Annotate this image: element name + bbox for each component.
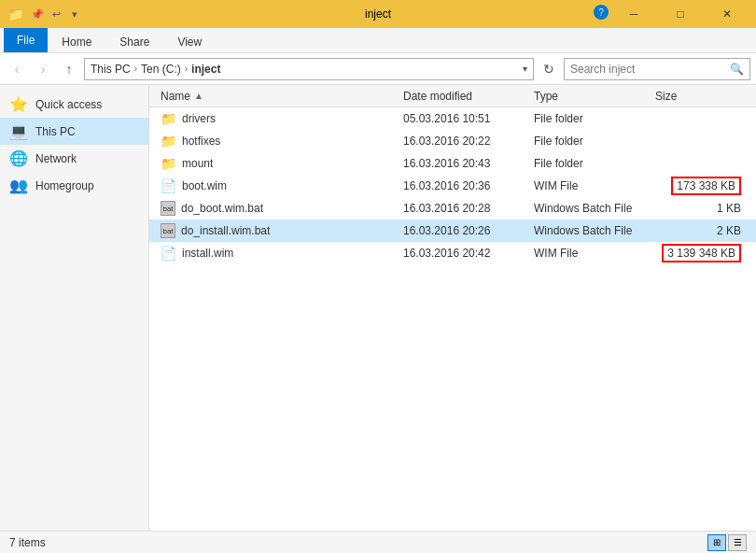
maximize-button[interactable]: □ xyxy=(659,5,702,23)
tab-view[interactable]: View xyxy=(163,30,216,52)
window-controls: ? ─ □ ✕ xyxy=(594,5,749,23)
file-type: WIM File xyxy=(530,179,651,192)
file-date: 16.03.2016 20:28 xyxy=(399,202,530,215)
sidebar-item-quickaccess[interactable]: ⭐ Quick access xyxy=(0,91,148,118)
search-input[interactable] xyxy=(570,63,726,76)
table-row[interactable]: 📁 hotfixes 16.03.2016 20:22 File folder xyxy=(149,130,756,152)
file-size: 3 139 348 KB xyxy=(651,244,745,262)
file-name: 📁 hotfixes xyxy=(157,134,399,149)
network-icon: 🌐 xyxy=(9,149,28,167)
breadcrumb-drive: Ten (C:) xyxy=(141,63,181,76)
bat-icon: bat xyxy=(161,201,175,216)
address-path[interactable]: This PC › Ten (C:) › inject ▾ xyxy=(84,58,534,80)
file-type: Windows Batch File xyxy=(530,202,651,215)
size-value: 1 KB xyxy=(717,202,741,215)
file-name: 📄 boot.wim xyxy=(157,178,399,193)
file-size: 1 KB xyxy=(651,202,745,215)
file-area: Name ▲ Date modified Type Size 📁 drivers… xyxy=(149,85,756,531)
sidebar: ⭐ Quick access 💻 This PC 🌐 Network 👥 Hom… xyxy=(0,85,149,531)
homegroup-icon: 👥 xyxy=(9,177,28,194)
sidebar-label-thispc: This PC xyxy=(35,125,76,138)
address-dropdown-arrow[interactable]: ▾ xyxy=(523,64,527,74)
tab-home[interactable]: Home xyxy=(48,30,105,52)
ribbon: File Home Share View xyxy=(0,28,756,53)
breadcrumb-thispc: This PC xyxy=(91,63,131,76)
file-size: 2 KB xyxy=(651,224,745,237)
qa-dropdown[interactable]: ▾ xyxy=(66,6,83,22)
sidebar-label-quickaccess: Quick access xyxy=(35,98,102,111)
file-date: 16.03.2016 20:42 xyxy=(399,247,530,260)
file-size: 173 338 KB xyxy=(651,177,745,195)
table-row[interactable]: 📄 boot.wim 16.03.2016 20:36 WIM File 173… xyxy=(149,175,756,197)
table-row[interactable]: bat do_boot.wim.bat 16.03.2016 20:28 Win… xyxy=(149,197,756,220)
refresh-button[interactable]: ↻ xyxy=(538,58,560,80)
item-count: 7 items xyxy=(9,536,46,549)
size-value-highlighted: 173 338 KB xyxy=(671,177,741,195)
table-row[interactable]: 📄 install.wim 16.03.2016 20:42 WIM File … xyxy=(149,242,756,264)
help-button[interactable]: ? xyxy=(594,5,609,20)
table-row[interactable]: 📁 drivers 05.03.2016 10:51 File folder xyxy=(149,107,756,130)
view-grid-button[interactable]: ⊞ xyxy=(707,534,726,551)
file-list-header: Name ▲ Date modified Type Size xyxy=(149,85,756,107)
ribbon-tabs: File Home Share View xyxy=(0,28,756,52)
sidebar-label-network: Network xyxy=(35,152,77,165)
file-type: WIM File xyxy=(530,247,651,260)
quick-access-toolbar: 📌 ↩ ▾ xyxy=(29,6,83,22)
sidebar-item-network[interactable]: 🌐 Network xyxy=(0,145,148,172)
col-header-type[interactable]: Type xyxy=(530,90,651,103)
view-list-button[interactable]: ☰ xyxy=(728,534,747,551)
file-date: 16.03.2016 20:26 xyxy=(399,224,530,237)
thispc-icon: 💻 xyxy=(9,122,28,140)
col-header-name[interactable]: Name ▲ xyxy=(157,90,399,103)
close-button[interactable]: ✕ xyxy=(706,5,749,23)
status-bar: 7 items ⊞ ☰ xyxy=(0,531,756,553)
folder-icon: 📁 xyxy=(7,7,23,21)
file-date: 16.03.2016 20:43 xyxy=(399,157,530,170)
file-type: File folder xyxy=(530,157,651,170)
tab-file[interactable]: File xyxy=(4,28,48,52)
folder-icon: 📁 xyxy=(161,111,176,126)
file-name: bat do_boot.wim.bat xyxy=(157,201,399,216)
minimize-button[interactable]: ─ xyxy=(612,5,655,23)
main-area: ⭐ Quick access 💻 This PC 🌐 Network 👥 Hom… xyxy=(0,85,756,531)
sidebar-item-thispc[interactable]: 💻 This PC xyxy=(0,118,148,145)
file-date: 16.03.2016 20:36 xyxy=(399,179,530,192)
undo-button[interactable]: ↩ xyxy=(48,6,64,22)
up-button[interactable]: ↑ xyxy=(58,58,80,80)
breadcrumb-sep-2: › xyxy=(185,64,188,74)
file-name: 📁 mount xyxy=(157,156,399,171)
size-value-highlighted: 3 139 348 KB xyxy=(662,244,741,262)
window-title: inject xyxy=(365,7,391,21)
sidebar-label-homegroup: Homegroup xyxy=(35,179,94,192)
table-row[interactable]: bat do_install.wim.bat 16.03.2016 20:26 … xyxy=(149,220,756,242)
title-bar-left: 📁 📌 ↩ ▾ xyxy=(7,6,83,22)
col-header-size[interactable]: Size xyxy=(651,90,745,103)
search-box[interactable]: 🔍 xyxy=(564,58,750,80)
table-row[interactable]: 📁 mount 16.03.2016 20:43 File folder xyxy=(149,152,756,175)
search-icon[interactable]: 🔍 xyxy=(730,63,744,76)
forward-button[interactable]: › xyxy=(32,58,54,80)
quickaccess-icon: ⭐ xyxy=(9,95,28,113)
file-date: 05.03.2016 10:51 xyxy=(399,112,530,125)
sort-indicator: ▲ xyxy=(194,91,203,101)
file-type: Windows Batch File xyxy=(530,224,651,237)
bat-icon: bat xyxy=(161,223,175,238)
file-list-body: 📁 drivers 05.03.2016 10:51 File folder 📁… xyxy=(149,107,756,531)
view-buttons: ⊞ ☰ xyxy=(707,534,747,551)
tab-share[interactable]: Share xyxy=(105,30,163,52)
file-type: File folder xyxy=(530,135,651,148)
back-button[interactable]: ‹ xyxy=(6,58,28,80)
size-value: 2 KB xyxy=(717,224,741,237)
sidebar-item-homegroup[interactable]: 👥 Homegroup xyxy=(0,172,148,199)
file-icon: 📄 xyxy=(161,178,176,193)
folder-icon: 📁 xyxy=(161,134,176,149)
file-name: bat do_install.wim.bat xyxy=(157,223,399,238)
breadcrumb-current: inject xyxy=(191,63,220,76)
title-bar: 📁 📌 ↩ ▾ inject ? ─ □ ✕ xyxy=(0,0,756,28)
pin-button[interactable]: 📌 xyxy=(29,6,46,22)
file-icon: 📄 xyxy=(161,246,176,261)
col-header-date[interactable]: Date modified xyxy=(399,90,530,103)
file-date: 16.03.2016 20:22 xyxy=(399,135,530,148)
file-type: File folder xyxy=(530,112,651,125)
folder-icon: 📁 xyxy=(161,156,176,171)
